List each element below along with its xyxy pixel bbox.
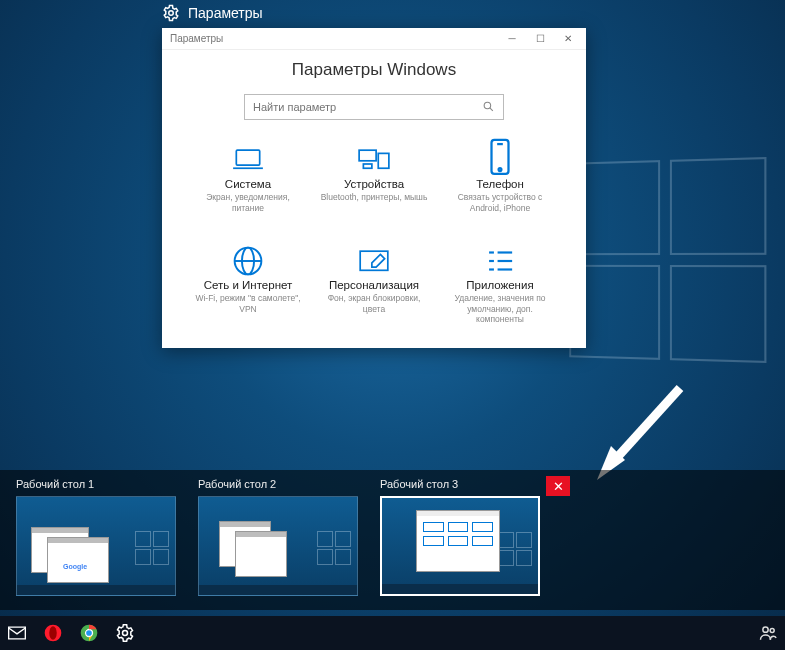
tile-network[interactable]: Сеть и Интернет Wi-Fi, режим "в самолете… [188,243,308,338]
window-header: Параметры [162,4,263,22]
tile-apps[interactable]: Приложения Удаление, значения по умолчан… [440,243,560,338]
settings-window: Параметры ─ ☐ ✕ Параметры Windows Систем… [162,28,586,348]
settings-tiles: Система Экран, уведомления, питание Устр… [188,142,560,338]
svg-point-27 [763,627,768,632]
tile-system[interactable]: Система Экран, уведомления, питание [188,142,308,237]
desktop-label: Рабочий стол 3 [380,478,540,490]
chrome-icon[interactable] [76,620,102,646]
search-input[interactable] [253,101,482,113]
desktop-thumb-1[interactable]: Рабочий стол 1 Google [16,478,176,600]
tile-devices[interactable]: Устройства Bluetooth, принтеры, мышь [314,142,434,237]
tile-title: Система [225,178,271,190]
close-desktop-button[interactable]: ✕ [546,476,570,496]
window-chrome-title: Параметры [170,33,223,44]
svg-rect-4 [359,150,376,161]
desktop-thumb-3[interactable]: Рабочий стол 3 ✕ [380,478,540,600]
svg-rect-6 [363,164,372,168]
devices-icon [357,146,391,174]
personalization-icon [357,247,391,275]
apps-icon [483,247,517,275]
tile-sub: Фон, экран блокировки, цвета [320,293,428,314]
minimize-button[interactable]: ─ [498,29,526,49]
gear-icon [162,4,180,22]
tile-sub: Wi-Fi, режим "в самолете", VPN [194,293,302,314]
svg-point-28 [770,629,774,633]
desktop-thumb-2[interactable]: Рабочий стол 2 [198,478,358,600]
tile-sub: Связать устройство с Android, iPhone [446,192,554,213]
svg-rect-5 [378,154,389,169]
mail-icon[interactable] [4,620,30,646]
settings-gear-icon[interactable] [112,620,138,646]
tile-sub: Удаление, значения по умолчанию, доп. ко… [446,293,554,325]
window-chrome: Параметры ─ ☐ ✕ [162,28,586,50]
svg-point-26 [123,631,128,636]
svg-point-0 [169,11,174,16]
window-title: Параметры [188,5,263,21]
svg-point-25 [86,630,92,636]
desktop-windows-logo [569,157,766,363]
system-taskbar [0,616,785,650]
desktop-label: Рабочий стол 1 [16,478,176,490]
taskview-strip: Рабочий стол 1 Google Рабочий стол 2 Раб… [0,470,785,610]
desktop-label: Рабочий стол 2 [198,478,358,490]
tile-title: Персонализация [329,279,419,291]
tile-title: Сеть и Интернет [204,279,293,291]
close-icon: ✕ [553,480,564,493]
tile-personalization[interactable]: Персонализация Фон, экран блокировки, цв… [314,243,434,338]
svg-point-22 [49,626,57,639]
people-icon[interactable] [755,620,781,646]
close-button[interactable]: ✕ [554,29,582,49]
laptop-icon [231,146,265,174]
svg-point-9 [499,169,502,172]
phone-icon [483,146,517,174]
svg-point-1 [484,102,491,109]
search-icon [482,100,495,115]
tile-phone[interactable]: Телефон Связать устройство с Android, iP… [440,142,560,237]
tile-title: Телефон [476,178,524,190]
tile-title: Приложения [466,279,533,291]
tile-sub: Bluetooth, принтеры, мышь [321,192,428,203]
maximize-button[interactable]: ☐ [526,29,554,49]
search-box[interactable] [244,94,504,120]
tile-sub: Экран, уведомления, питание [194,192,302,213]
opera-icon[interactable] [40,620,66,646]
settings-heading: Параметры Windows [292,60,456,80]
svg-rect-3 [236,150,259,165]
globe-icon [231,247,265,275]
svg-line-2 [490,107,493,110]
tile-title: Устройства [344,178,404,190]
